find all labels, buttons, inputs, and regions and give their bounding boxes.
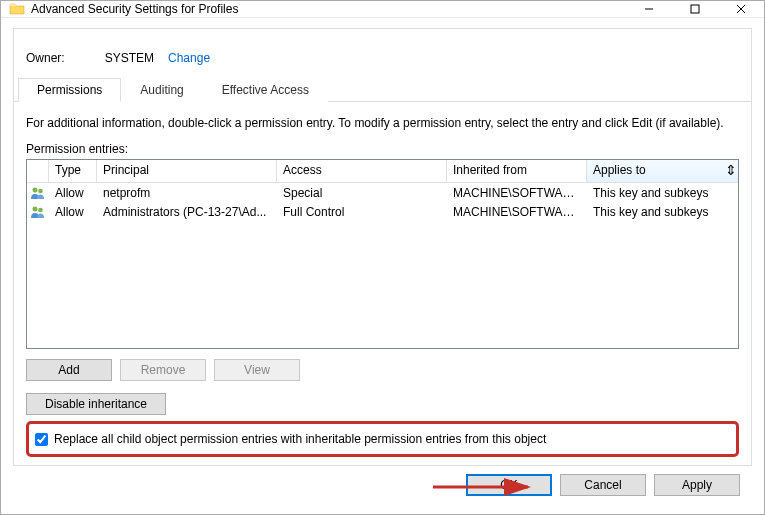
cell-inherited: MACHINE\SOFTWARE... (447, 204, 587, 220)
table-row[interactable]: Allow Administrators (PC-13-27\Ad... Ful… (27, 202, 738, 221)
owner-row: Owner: SYSTEM Change (14, 29, 751, 77)
tab-auditing[interactable]: Auditing (121, 78, 202, 102)
add-button[interactable]: Add (26, 359, 112, 381)
folder-icon (9, 1, 25, 17)
svg-point-6 (33, 206, 38, 211)
tab-permissions[interactable]: Permissions (18, 78, 121, 102)
window: Advanced Security Settings for Profiles … (0, 0, 765, 515)
change-owner-link[interactable]: Change (168, 51, 210, 65)
window-title: Advanced Security Settings for Profiles (31, 2, 626, 16)
permission-entries-list[interactable]: Type Principal Access Inherited from App… (26, 159, 739, 349)
entry-buttons: Add Remove View (26, 359, 739, 381)
cell-applies: This key and subkeys (587, 185, 738, 201)
users-icon (27, 185, 49, 201)
replace-child-entries-checkbox[interactable] (35, 433, 48, 446)
apply-button[interactable]: Apply (654, 474, 740, 496)
column-icon[interactable] (27, 160, 49, 182)
body: Owner: SYSTEM Change Permissions Auditin… (1, 18, 764, 514)
column-access[interactable]: Access (277, 160, 447, 182)
svg-point-7 (38, 207, 43, 212)
tab-content: For additional information, double-click… (14, 102, 751, 465)
cell-access: Special (277, 185, 447, 201)
entries-label: Permission entries: (26, 142, 739, 156)
maximize-button[interactable] (672, 1, 718, 17)
info-text: For additional information, double-click… (26, 116, 739, 130)
column-applies[interactable]: Applies to (587, 160, 738, 182)
cell-applies: This key and subkeys (587, 204, 738, 220)
tabs: Permissions Auditing Effective Access (14, 77, 751, 102)
owner-value: SYSTEM (105, 51, 154, 65)
column-type[interactable]: Type (49, 160, 97, 182)
svg-point-5 (38, 188, 43, 193)
svg-rect-1 (691, 5, 699, 13)
titlebar: Advanced Security Settings for Profiles (1, 1, 764, 18)
users-icon (27, 204, 49, 220)
panel: Owner: SYSTEM Change Permissions Auditin… (13, 28, 752, 466)
dialog-buttons: OK Cancel Apply (13, 466, 752, 504)
tab-effective-access[interactable]: Effective Access (203, 78, 328, 102)
cell-inherited: MACHINE\SOFTWARE... (447, 185, 587, 201)
list-body: Allow netprofm Special MACHINE\SOFTWARE.… (27, 183, 738, 221)
remove-button: Remove (120, 359, 206, 381)
minimize-button[interactable] (626, 1, 672, 17)
svg-point-4 (33, 187, 38, 192)
cancel-button[interactable]: Cancel (560, 474, 646, 496)
replace-child-entries-checkbox-row[interactable]: Replace all child object permission entr… (26, 421, 739, 457)
owner-label: Owner: (26, 51, 65, 65)
disable-inheritance-button[interactable]: Disable inheritance (26, 393, 166, 415)
view-button: View (214, 359, 300, 381)
window-controls (626, 1, 764, 17)
table-row[interactable]: Allow netprofm Special MACHINE\SOFTWARE.… (27, 183, 738, 202)
ok-button[interactable]: OK (466, 474, 552, 496)
cell-principal: Administrators (PC-13-27\Ad... (97, 204, 277, 220)
cell-type: Allow (49, 185, 97, 201)
column-principal[interactable]: Principal (97, 160, 277, 182)
list-header: Type Principal Access Inherited from App… (27, 160, 738, 183)
cell-access: Full Control (277, 204, 447, 220)
close-button[interactable] (718, 1, 764, 17)
cell-type: Allow (49, 204, 97, 220)
replace-child-entries-label: Replace all child object permission entr… (54, 432, 546, 446)
column-inherited[interactable]: Inherited from (447, 160, 587, 182)
cell-principal: netprofm (97, 185, 277, 201)
